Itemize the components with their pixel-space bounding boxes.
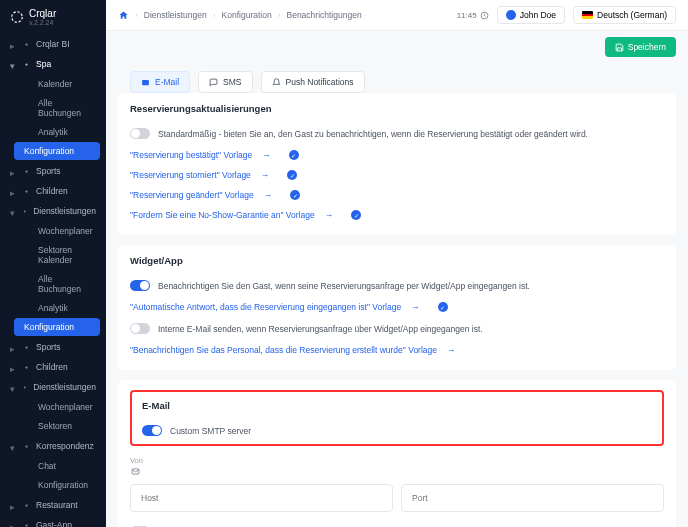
save-icon: [615, 43, 624, 52]
toggle-custom-smtp[interactable]: [142, 425, 162, 436]
sidebar-group-gast-app[interactable]: ▸Gast-App: [0, 515, 106, 527]
toggle-widget-staff[interactable]: [130, 323, 150, 334]
from-label: Von: [130, 456, 664, 465]
module-icon: [22, 167, 31, 176]
section-title-widget: Widget/App: [130, 255, 664, 266]
sidebar-group-korrespondenz[interactable]: ▾Korrespondenz: [0, 436, 106, 456]
clock-icon: [480, 11, 489, 20]
chevron-icon: ▸: [10, 502, 17, 509]
module-icon: [21, 383, 28, 392]
host-input[interactable]: [130, 484, 393, 512]
clock: 11:45: [457, 11, 489, 20]
chevron-icon: ▸: [10, 364, 17, 371]
toggle-default-notify[interactable]: [130, 128, 150, 139]
svg-point-5: [24, 210, 26, 212]
sidebar-item-chat[interactable]: Chat: [14, 457, 100, 475]
smtp-section-highlighted: E-Mail Custom SMTP server: [130, 390, 664, 446]
flag-de-icon: [582, 11, 593, 19]
svg-point-6: [25, 346, 27, 348]
sidebar-item-sektoren[interactable]: Sektoren: [14, 417, 100, 435]
sidebar-group-children[interactable]: ▸Children: [0, 181, 106, 201]
toggle-label: Custom SMTP server: [170, 426, 251, 436]
breadcrumb-item[interactable]: Benachrichtigungen: [286, 10, 361, 20]
module-icon: [22, 187, 31, 196]
breadcrumb: › Dienstleistungen › Konfiguration › Ben…: [118, 10, 362, 21]
toggle-label: Standardmäßig - bieten Sie an, den Gast …: [158, 129, 588, 139]
svg-point-0: [12, 12, 23, 23]
arrow-right-icon: →: [325, 210, 334, 220]
sidebar-group-restaurant[interactable]: ▸Restaurant: [0, 495, 106, 515]
check-badge-icon: ✓: [351, 210, 361, 220]
chevron-icon: ▸: [10, 188, 17, 195]
sidebar-item-alle-buchungen[interactable]: Alle Buchungen: [14, 270, 100, 298]
template-link[interactable]: "Reservierung storniert" Vorlage: [130, 170, 251, 180]
chevron-icon: ▸: [10, 344, 17, 351]
sidebar-item-konfiguration[interactable]: Konfiguration: [14, 476, 100, 494]
chevron-icon: ▸: [10, 522, 17, 528]
module-icon: [22, 442, 31, 451]
check-badge-icon: ✓: [287, 170, 297, 180]
module-icon: [22, 343, 31, 352]
svg-point-2: [25, 63, 27, 65]
sidebar-group-dienstleistungen[interactable]: ▾Dienstleistungen: [0, 201, 106, 221]
module-icon: [22, 501, 31, 510]
toggle-label: Interne E-Mail senden, wenn Reservierung…: [158, 324, 483, 334]
sidebar-item-wochenplaner[interactable]: Wochenplaner: [14, 398, 100, 416]
svg-point-7: [25, 366, 27, 368]
chevron-icon: ▸: [10, 168, 17, 175]
arrow-right-icon: →: [261, 170, 270, 180]
sidebar-item-sektoren-kalender[interactable]: Sektoren Kalender: [14, 241, 100, 269]
svg-point-9: [25, 445, 27, 447]
svg-point-3: [25, 170, 27, 172]
section-title-reservation: Reservierungsaktualisierungen: [130, 103, 664, 114]
notification-tabs: E-MailSMSPush Notifications: [118, 63, 676, 93]
breadcrumb-item[interactable]: Dienstleistungen: [144, 10, 207, 20]
template-link[interactable]: "Reservierung bestätigt" Vorlage: [130, 150, 252, 160]
module-icon: [22, 363, 31, 372]
port-input[interactable]: [401, 484, 664, 512]
template-link[interactable]: "Reservierung geändert" Vorlage: [130, 190, 254, 200]
svg-point-1: [25, 43, 27, 45]
template-link-staff-notify[interactable]: "Benachrichtigen Sie das Personal, dass …: [130, 345, 437, 355]
chevron-icon: ▾: [10, 61, 17, 68]
chevron-icon: ▸: [10, 41, 17, 48]
svg-point-4: [25, 190, 27, 192]
language-switcher[interactable]: Deutsch (German): [573, 6, 676, 24]
brand-logo[interactable]: Crqlar v.2.2.24: [0, 0, 106, 34]
sidebar-group-sports[interactable]: ▸Sports: [0, 161, 106, 181]
brand-name: Crqlar: [29, 8, 56, 19]
arrow-right-icon: →: [264, 190, 273, 200]
svg-point-10: [25, 504, 27, 506]
brand-version: v.2.2.24: [29, 19, 56, 26]
sidebar-item-analytik[interactable]: Analytik: [14, 299, 100, 317]
sidebar-group-children[interactable]: ▸Children: [0, 357, 106, 377]
tab-sms[interactable]: SMS: [198, 71, 252, 93]
check-badge-icon: ✓: [289, 150, 299, 160]
save-button[interactable]: Speichern: [605, 37, 676, 57]
sidebar-item-alle-buchungen[interactable]: Alle Buchungen: [14, 94, 100, 122]
tab-push-notifications[interactable]: Push Notifications: [261, 71, 365, 93]
sidebar-item-analytik[interactable]: Analytik: [14, 123, 100, 141]
arrow-right-icon: →: [447, 345, 456, 355]
toggle-label: Benachrichtigen Sie den Gast, wenn seine…: [158, 281, 530, 291]
home-icon[interactable]: [118, 10, 129, 21]
breadcrumb-item[interactable]: Konfiguration: [222, 10, 272, 20]
toggle-widget-guest[interactable]: [130, 280, 150, 291]
template-link[interactable]: "Fordern Sie eine No-Show-Garantie an" V…: [130, 210, 315, 220]
sidebar-item-wochenplaner[interactable]: Wochenplaner: [14, 222, 100, 240]
sidebar-group-sports[interactable]: ▸Sports: [0, 337, 106, 357]
envelope-icon: [130, 467, 141, 476]
tab-e-mail[interactable]: E-Mail: [130, 71, 190, 93]
sidebar-item-konfiguration[interactable]: Konfiguration: [14, 142, 100, 160]
check-badge-icon: ✓: [438, 302, 448, 312]
sidebar-item-kalender[interactable]: Kalender: [14, 75, 100, 93]
sidebar-group-crqlar-bi[interactable]: ▸Crqlar BI: [0, 34, 106, 54]
sidebar-item-konfiguration[interactable]: Konfiguration: [14, 318, 100, 336]
sidebar-group-dienstleistungen[interactable]: ▾Dienstleistungen: [0, 377, 106, 397]
user-menu-button[interactable]: John Doe: [497, 6, 565, 24]
svg-point-11: [25, 524, 27, 526]
svg-rect-13: [142, 79, 149, 84]
template-link-auto-reply[interactable]: "Automatische Antwort, dass die Reservie…: [130, 302, 401, 312]
topbar: › Dienstleistungen › Konfiguration › Ben…: [106, 0, 688, 31]
sidebar-group-spa[interactable]: ▾Spa: [0, 54, 106, 74]
